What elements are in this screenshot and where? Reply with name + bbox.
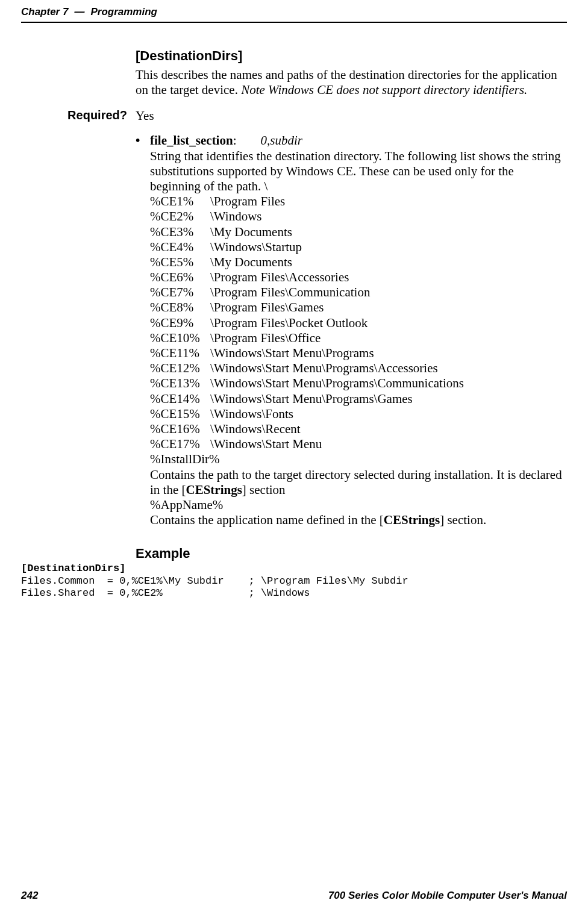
section-title: [DestinationDirs] [136,48,567,64]
path-row: %CE8%\Program Files\Games [150,300,567,315]
section-description: This describes the names and paths of th… [136,67,567,98]
example-header: [DestinationDirs] [21,563,125,574]
path-value: \Program Files\Communication [210,285,370,300]
installdir-desc: Contains the path to the target director… [150,467,567,498]
path-key: %CE1% [150,194,210,209]
path-substitutions: %CE1%\Program Files%CE2%\Windows%CE3%\My… [150,194,567,452]
path-row: %CE6%\Program Files\Accessories [150,270,567,285]
bullet-term-value: 0,subdir [260,133,302,148]
path-row: %CE5%\My Documents [150,255,567,270]
path-row: %CE3%\My Documents [150,225,567,240]
path-value: \Program Files [210,194,285,209]
running-header: Chapter 7 — Programming [21,6,567,18]
bullet-intro-text: String that identifies the destination d… [150,149,567,195]
bullet-term-line: file_list_section:0,subdir [150,133,567,148]
path-key: %CE3% [150,225,210,240]
path-row: %CE1%\Program Files [150,194,567,209]
path-key: %CE14% [150,392,210,407]
required-row: Required? Yes [21,108,567,123]
path-row: %CE16%\Windows\Recent [150,422,567,437]
path-value: \Program Files\Office [210,331,321,346]
path-key: %CE12% [150,361,210,376]
appname-desc-b: ] section. [440,513,486,527]
path-value: \Program Files\Accessories [210,270,349,285]
installdir-desc-b: ] section [242,482,286,497]
chapter-label: Chapter 7 [21,6,68,18]
path-value: \Windows\Recent [210,422,301,437]
path-row: %CE14%\Windows\Start Menu\Programs\Games [150,392,567,407]
path-key: %CE4% [150,240,210,255]
appname-desc-a: Contains the application name defined in… [150,513,384,527]
header-separator: — [74,6,84,18]
path-key: %CE7% [150,285,210,300]
path-value: \Program Files\Games [210,300,324,315]
path-key: %CE17% [150,437,210,452]
path-value: \Windows\Fonts [210,407,293,422]
path-key: %CE16% [150,422,210,437]
path-row: %CE17%\Windows\Start Menu [150,437,567,452]
path-key: %CE9% [150,316,210,331]
path-key: %CE2% [150,209,210,224]
appname-key: %AppName% [150,498,567,513]
path-row: %CE9%\Program Files\Pocket Outlook [150,316,567,331]
content-area: [DestinationDirs] This describes the nam… [21,48,567,599]
path-value: \Windows [210,209,262,224]
path-value: \Windows\Start Menu\Programs\Games [210,392,413,407]
path-value: \Program Files\Pocket Outlook [210,316,367,331]
bullet-term-colon: : [233,133,237,148]
path-value: \Windows\Start Menu\Programs\Communicati… [210,376,464,391]
section-desc-note: Note Windows CE does not support directo… [241,83,527,97]
installdir-desc-bold: CEStrings [186,482,242,497]
example-line-1: Files.Common = 0,%CE1%\My Subdir ; \Prog… [21,575,408,587]
path-key: %CE8% [150,300,210,315]
path-row: %CE4%\Windows\Startup [150,240,567,255]
bullet-block: • file_list_section:0,subdir String that… [136,133,567,528]
bullet-first-line: • file_list_section:0,subdir [136,133,567,148]
running-footer: 242 700 Series Color Mobile Computer Use… [21,890,567,902]
path-row: %CE11%\Windows\Start Menu\Programs [150,346,567,361]
section-block: [DestinationDirs] This describes the nam… [136,48,567,98]
path-value: \Windows\Start Menu\Programs\Accessories [210,361,438,376]
path-value: \Windows\Startup [210,240,302,255]
path-row: %CE2%\Windows [150,209,567,224]
appname-desc-bold: CEStrings [384,513,440,527]
bullet-mark: • [136,133,150,148]
manual-title: 700 Series Color Mobile Computer User's … [328,890,567,902]
path-value: \My Documents [210,255,292,270]
installdir-key: %InstallDir% [150,452,567,467]
path-row: %CE7%\Program Files\Communication [150,285,567,300]
page: Chapter 7 — Programming [DestinationDirs… [0,0,588,915]
path-key: %CE13% [150,376,210,391]
appname-desc: Contains the application name defined in… [150,513,567,528]
path-value: \Windows\Start Menu [210,437,322,452]
page-number: 242 [21,890,38,902]
path-key: %CE15% [150,407,210,422]
example-code: [DestinationDirs] Files.Common = 0,%CE1%… [21,563,567,599]
path-key: %CE10% [150,331,210,346]
required-label: Required? [21,108,136,123]
example-title: Example [136,546,567,561]
header-rule [21,22,567,23]
path-key: %CE6% [150,270,210,285]
example-line-2: Files.Shared = 0,%CE2% ; \Windows [21,587,310,599]
bullet-term: file_list_section [150,133,233,148]
required-value: Yes [136,108,154,123]
path-row: %CE12%\Windows\Start Menu\Programs\Acces… [150,361,567,376]
path-row: %CE10%\Program Files\Office [150,331,567,346]
path-key: %CE11% [150,346,210,361]
path-value: \My Documents [210,225,292,240]
path-key: %CE5% [150,255,210,270]
path-value: \Windows\Start Menu\Programs [210,346,374,361]
path-row: %CE13%\Windows\Start Menu\Programs\Commu… [150,376,567,391]
path-row: %CE15%\Windows\Fonts [150,407,567,422]
chapter-title: Programming [90,6,157,18]
